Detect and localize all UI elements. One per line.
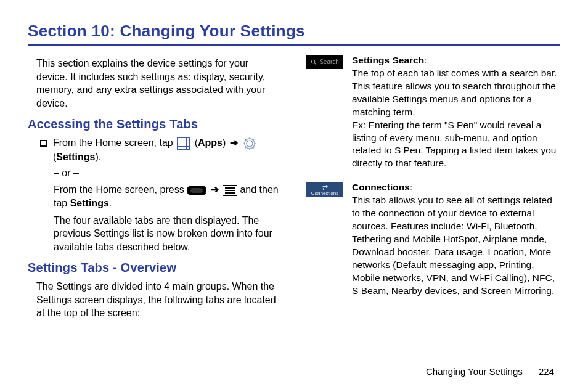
- search-chip: Search: [306, 55, 343, 69]
- connections-title: Connections: [352, 182, 410, 192]
- or-text: – or –: [54, 166, 282, 180]
- step2-a: From the Home screen, press: [54, 184, 187, 195]
- search-example: Ex: Entering the term "S Pen" would reve…: [352, 120, 556, 169]
- step2-after: .: [109, 198, 112, 208]
- search-desc: Settings Search: The top of each tab lis…: [352, 54, 560, 170]
- connections-body: This tab allows you to see all of settin…: [352, 195, 555, 295]
- connections-chip: ⇄ Connections: [306, 182, 343, 197]
- page-number: 224: [539, 366, 554, 377]
- connections-row: ⇄ Connections Connections: This tab allo…: [306, 181, 560, 297]
- search-row: Search Settings Search: The top of each …: [306, 54, 560, 170]
- step-bullet: From the Home screen, tap (Apps) ➔: [40, 136, 282, 163]
- connections-chip-label: Connections: [308, 191, 342, 196]
- search-title: Settings Search: [352, 55, 424, 65]
- home-button-icon: [187, 186, 206, 195]
- menu-icon: [223, 185, 237, 196]
- left-column: This section explains the device setting…: [28, 54, 282, 320]
- heading-overview: Settings Tabs - Overview: [28, 259, 282, 276]
- search-body: The top of each tab list comes with a se…: [352, 68, 557, 117]
- settings-gear-icon: [243, 137, 256, 150]
- svg-line-11: [314, 63, 316, 65]
- svg-point-1: [247, 141, 253, 147]
- footer-text: Changing Your Settings: [426, 366, 523, 377]
- search-chip-label: Search: [319, 58, 339, 67]
- search-icon: [311, 59, 317, 65]
- intro-text: This section explains the device setting…: [36, 57, 282, 110]
- arrow-icon: ➔: [230, 137, 238, 148]
- step2-settings: Settings: [70, 198, 109, 208]
- step1-text-a: From the Home screen, tap: [53, 137, 176, 148]
- settings-label: Settings: [56, 152, 95, 162]
- step2-text: From the Home screen, press ➔ and then t…: [54, 183, 282, 210]
- title-rule: [28, 44, 560, 46]
- right-column: Search Settings Search: The top of each …: [306, 54, 560, 320]
- step-body: From the Home screen, tap (Apps) ➔: [53, 136, 282, 163]
- content-columns: This section explains the device setting…: [28, 54, 560, 320]
- square-bullet-icon: [40, 140, 47, 147]
- overview-text: The Settings are divided into 4 main gro…: [36, 280, 282, 320]
- apps-icon: [177, 137, 190, 150]
- svg-point-10: [311, 60, 315, 63]
- arrow-icon: ➔: [211, 184, 219, 195]
- page-title: Section 10: Changing Your Settings: [28, 22, 560, 41]
- apps-label: Apps: [198, 137, 223, 148]
- heading-accessing: Accessing the Settings Tabs: [28, 116, 282, 133]
- page-footer: Changing Your Settings 224: [426, 366, 554, 377]
- connections-desc: Connections: This tab allows you to see …: [352, 181, 560, 297]
- tabs-note: The four available tabs are then display…: [54, 214, 282, 254]
